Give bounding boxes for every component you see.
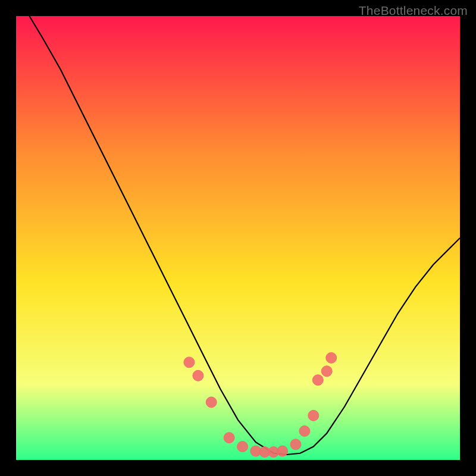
marker-dot (299, 426, 310, 437)
marker-dot (206, 397, 217, 408)
marker-dot (193, 370, 203, 381)
marker-dot (326, 352, 337, 363)
svg-rect-0 (16, 16, 460, 460)
marker-dot (290, 439, 301, 450)
marker-dot (224, 433, 234, 443)
marker-dot (237, 441, 248, 452)
marker-dot (184, 357, 195, 368)
watermark-text: TheBottleneck.com (359, 4, 468, 18)
marker-dot (277, 446, 288, 456)
chart-frame: TheBottleneck.com (0, 0, 476, 476)
chart-plot (16, 16, 460, 460)
marker-dot (308, 410, 319, 421)
marker-dot (321, 366, 332, 377)
marker-dot (312, 375, 323, 386)
